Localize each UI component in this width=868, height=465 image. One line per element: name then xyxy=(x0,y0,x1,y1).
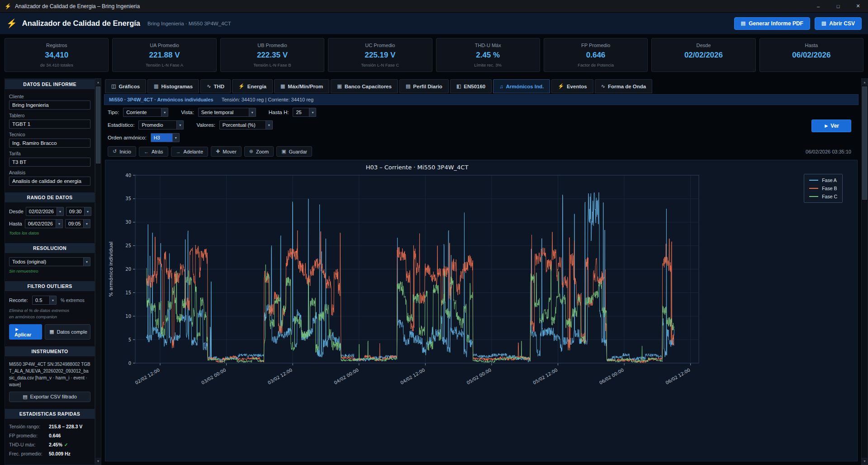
svg-text:06/02 00:00: 06/02 00:00 xyxy=(598,367,625,385)
tab-banco-capacitores[interactable]: ▣ Banco Capacitores xyxy=(331,79,398,93)
outliers-note-2: en armónicos companion xyxy=(9,314,90,320)
forward-button[interactable]: → Adelante xyxy=(171,147,208,157)
hasta-h-combo[interactable]: 25 ▼ xyxy=(293,108,316,117)
kpi-value: 0.646 xyxy=(546,51,645,60)
scroll-up-icon[interactable]: ▲ xyxy=(862,79,868,86)
minimize-button[interactable]: – xyxy=(808,0,828,13)
maximize-button[interactable]: □ xyxy=(828,0,848,13)
back-button[interactable]: ← Atrás xyxy=(139,147,168,157)
chevron-down-icon[interactable]: ▼ xyxy=(83,220,90,228)
resolucion-combo[interactable]: Todos (original) ▼ xyxy=(9,257,90,266)
scroll-down-icon[interactable]: ▼ xyxy=(862,458,868,465)
tab-perfil-diario[interactable]: ▤ Perfil Diario xyxy=(399,79,449,93)
combo-value: Todos (original) xyxy=(9,258,83,266)
generate-pdf-button[interactable]: ▤ Generar Informe PDF xyxy=(734,17,810,30)
chevron-down-icon[interactable]: ▼ xyxy=(84,207,91,216)
export-csv-button[interactable]: ▤ Exportar CSV filtrado xyxy=(9,392,90,402)
datos-completos-button[interactable]: ▦ Datos comple xyxy=(45,324,90,340)
svg-text:15: 15 xyxy=(125,290,131,295)
chevron-down-icon[interactable]: ▼ xyxy=(172,134,179,142)
tab-label: Forma de Onda xyxy=(608,84,646,89)
kpi-value: 34,410 xyxy=(7,51,106,60)
zoom-icon: ⊕ xyxy=(249,149,253,154)
kpi-card-hasta: Hasta 06/02/2026 xyxy=(759,38,863,72)
app-window: ⚡ Analizador de Calidad de Energia – Bri… xyxy=(0,0,868,465)
open-csv-button[interactable]: ▧ Abrir CSV xyxy=(815,17,862,30)
tablero-input[interactable]: TGBT 1 xyxy=(9,120,90,129)
fase-c-swatch xyxy=(809,196,818,197)
recorte-combo[interactable]: 0.5 ▼ xyxy=(32,296,57,305)
chevron-down-icon[interactable]: ▼ xyxy=(249,108,256,116)
sidebar-scroll-thumb[interactable] xyxy=(96,86,100,163)
chevron-down-icon[interactable]: ▼ xyxy=(83,258,90,266)
desde-time-combo[interactable]: 09:30 ▼ xyxy=(66,207,91,216)
tecnico-input[interactable]: Ing. Ramiro Bracco xyxy=(9,139,90,148)
open-csv-label: Abrir CSV xyxy=(829,20,855,27)
stat-label: Frec. promedio: xyxy=(9,451,49,456)
home-button[interactable]: ↺ Inicio xyxy=(108,146,136,157)
standard-icon: ◧ xyxy=(456,83,461,89)
kpi-sub xyxy=(762,62,861,67)
svg-text:04/02 00:00: 04/02 00:00 xyxy=(333,367,360,385)
analisis-input[interactable]: Analisis de calidad de energia xyxy=(9,177,90,186)
tab-energia[interactable]: ⚡ Energía xyxy=(232,79,273,93)
tab-forma-de-onda[interactable]: ∿ Forma de Onda xyxy=(595,79,653,93)
tab-label: Armónicos Ind. xyxy=(506,84,544,89)
kpi-label: Hasta xyxy=(762,43,861,48)
zoom-label: Zoom xyxy=(256,149,269,154)
tab-max-min-prom[interactable]: ▦ Máx/Mín/Prom xyxy=(274,79,329,93)
tab-label: Perfil Diario xyxy=(413,84,442,89)
pan-button[interactable]: ✚ Mover xyxy=(211,146,242,157)
chevron-down-icon[interactable]: ▼ xyxy=(161,108,168,116)
window-scroll-thumb[interactable] xyxy=(862,86,867,200)
dataset-icon: ▦ xyxy=(49,329,54,335)
app-lightning-icon: ⚡ xyxy=(5,3,11,10)
fase-b-swatch xyxy=(809,188,818,189)
outliers-note-1: Elimina el % de datos extremos xyxy=(9,307,90,314)
chevron-down-icon[interactable]: ▼ xyxy=(266,121,272,129)
scroll-down-icon[interactable]: ▼ xyxy=(95,458,101,465)
stat-label: THD-U máx: xyxy=(9,442,49,447)
kpi-sub: Tensión L-N Fase C xyxy=(330,62,430,67)
aplicar-button[interactable]: ► Aplicar xyxy=(9,324,42,340)
orden-armonico-combo[interactable]: H3 ▼ xyxy=(151,133,180,142)
save-button[interactable]: ▣ Guardar xyxy=(276,146,312,157)
tab-armonicos-ind[interactable]: ♫ Armónicos Ind. xyxy=(493,79,550,93)
harmonics-time-series-chart[interactable]: 051015202530354002/02 12:0003/02 00:0003… xyxy=(105,160,852,461)
close-button[interactable]: ✕ xyxy=(848,0,868,13)
window-scroll-track[interactable] xyxy=(862,86,868,458)
arrow-left-icon: ← xyxy=(144,149,149,154)
valores-combo[interactable]: Porcentual (%) ▼ xyxy=(219,120,273,129)
vista-combo[interactable]: Serie temporal ▼ xyxy=(198,108,256,117)
svg-text:5: 5 xyxy=(128,337,131,342)
chevron-down-icon[interactable]: ▼ xyxy=(176,121,183,129)
tab-histogramas[interactable]: ▥ Histogramas xyxy=(147,79,199,93)
window-scrollbar[interactable]: ▲ ▼ xyxy=(861,78,868,465)
tab-graficos[interactable]: ◫ Gráficos xyxy=(105,79,146,93)
hasta-date-combo[interactable]: 06/02/2026 ▼ xyxy=(25,219,63,228)
sidebar-scroll-track[interactable] xyxy=(95,86,101,458)
svg-text:05/02 00:00: 05/02 00:00 xyxy=(466,367,492,385)
chart-canvas[interactable]: 051015202530354002/02 12:0003/02 00:0003… xyxy=(105,160,858,461)
tab-en50160[interactable]: ◧ EN50160 xyxy=(450,79,492,93)
scroll-up-icon[interactable]: ▲ xyxy=(95,79,101,86)
orden-armonico-label: Orden armónico: xyxy=(108,135,147,140)
datos-completos-label: Datos comple xyxy=(57,329,87,335)
hasta-time-combo[interactable]: 09:05 ▼ xyxy=(65,219,90,228)
zoom-button[interactable]: ⊕ Zoom xyxy=(244,146,274,157)
recorte-suffix: % extremos xyxy=(61,298,85,303)
chevron-down-icon[interactable]: ▼ xyxy=(57,207,63,216)
tarifa-input[interactable]: T3 BT xyxy=(9,158,90,167)
tab-thd[interactable]: ∿ THD xyxy=(200,79,231,93)
chevron-down-icon[interactable]: ▼ xyxy=(49,296,56,304)
dataset-info-left: Mi550 · 3P4W_4CT · Armónicos individuale… xyxy=(109,97,213,102)
chevron-down-icon[interactable]: ▼ xyxy=(56,220,62,228)
estadistico-combo[interactable]: Promedio ▼ xyxy=(138,120,184,129)
cliente-input[interactable]: Bring Ingenieria xyxy=(9,101,90,110)
tab-eventos[interactable]: ⚡ Eventos xyxy=(551,79,593,93)
desde-date-combo[interactable]: 02/02/2026 ▼ xyxy=(26,207,64,216)
tipo-combo[interactable]: Corriente ▼ xyxy=(123,108,168,117)
sidebar-scrollbar[interactable]: ▲ ▼ xyxy=(95,78,101,465)
chevron-down-icon[interactable]: ▼ xyxy=(309,108,316,116)
svg-text:04/02 12:00: 04/02 12:00 xyxy=(399,367,426,385)
